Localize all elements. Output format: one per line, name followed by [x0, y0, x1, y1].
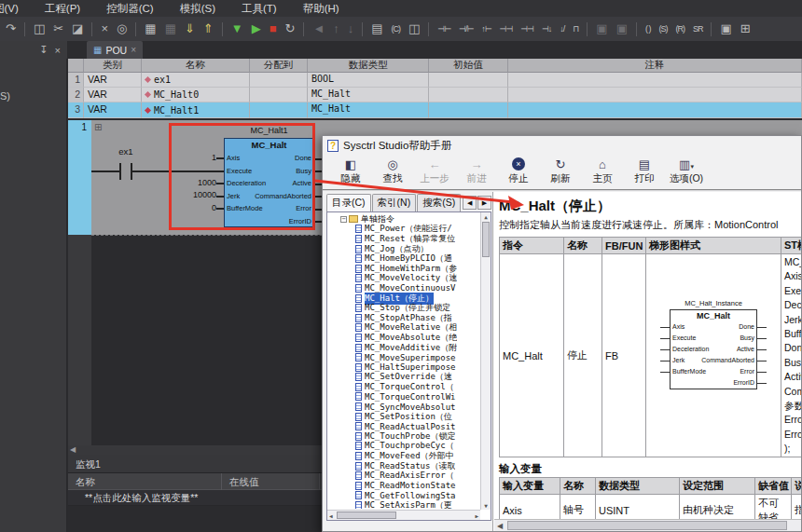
cell-name[interactable]: ex1 — [142, 73, 250, 88]
help-window[interactable]: ? Sysctrl Studio帮助手册 ◧隐藏 ◎查找 ←上一步 →前进 ×停… — [322, 135, 802, 532]
menu-simulation[interactable]: 模拟(S) — [180, 2, 215, 16]
tree-item[interactable]: MC_SetAxisParm（更 — [329, 500, 479, 509]
stop-icon[interactable]: ■ — [270, 21, 277, 36]
help-contents-tree[interactable]: − 单轴指令 MC_Power（使能运行/ MC_Reset（轴异常复位 MC_… — [326, 211, 491, 521]
open-contact-icon[interactable]: ⊣⊢ — [437, 21, 450, 36]
cell-name[interactable]: MC_Halt1 — [142, 102, 250, 118]
scroll-up-icon[interactable]: ▲ — [481, 213, 491, 220]
back-button[interactable]: ←上一步 — [414, 157, 455, 185]
scroll-down-icon[interactable]: ▼ — [481, 502, 491, 509]
tree-item[interactable]: MC_TorqueControlWi — [329, 392, 479, 402]
col-assigned[interactable]: 分配到 — [250, 59, 308, 73]
cell-initial[interactable] — [429, 88, 508, 102]
tree-h-scrollbar[interactable]: ◀ ▶ — [327, 510, 480, 520]
col-comment[interactable]: 注释 — [508, 59, 802, 73]
pin-icon[interactable]: ↧ — [39, 44, 48, 56]
down-contact-icon[interactable]: ⊣↓ — [542, 21, 551, 36]
tree-item[interactable]: MC_SetPosition（位 — [329, 412, 479, 422]
closed-contact-icon[interactable]: ⊣/⊢ — [459, 21, 473, 36]
run-icon[interactable]: ▶ — [252, 21, 261, 36]
move-down-icon[interactable]: ↓ — [348, 21, 354, 36]
comment-icon[interactable]: (C) — [392, 21, 401, 36]
tree-v-scrollbar[interactable]: ▲ ▼ — [480, 212, 491, 510]
search-doc-icon[interactable]: ◎ — [117, 21, 127, 36]
rung-expander-icon[interactable]: ⊞ — [94, 122, 102, 132]
home-button[interactable]: ⌂主页 — [582, 157, 623, 185]
cell-category[interactable]: VAR — [84, 102, 142, 118]
menu-tools[interactable]: 工具(T) — [242, 2, 277, 16]
cell-assigned[interactable] — [250, 73, 308, 88]
watch-col-name[interactable]: 名称 — [68, 473, 222, 490]
refresh-button[interactable]: ↻刷新 — [540, 157, 581, 185]
scroll-left-icon[interactable]: ◀ — [497, 522, 503, 530]
tab-contents[interactable]: 目录(C) — [326, 194, 371, 211]
tree-item[interactable]: MC_MoveVelocity（速 — [329, 274, 479, 284]
tab-scroll-right-icon[interactable]: ▶ — [477, 196, 491, 210]
watch-col-online-value[interactable]: 在线值 — [222, 473, 320, 490]
coil-icon[interactable]: ( ) — [645, 21, 651, 36]
cell-assigned[interactable] — [250, 102, 308, 118]
hide-button[interactable]: ◧隐藏 — [330, 157, 371, 185]
down-closed-contact-icon[interactable]: ↓/ — [560, 21, 564, 36]
rebuild-icon[interactable]: ↻ — [284, 21, 295, 36]
tree-item[interactable]: MC_ReadAxisError（ — [329, 471, 479, 481]
input-value-jerk[interactable]: 10000 — [170, 190, 216, 199]
rung-number[interactable]: 1 — [68, 120, 91, 235]
parallel-contact-icon[interactable]: ⊣⊣ — [500, 21, 513, 36]
mc-halt-function-block[interactable]: MC_Halt AxisDone ExecuteBusy Deceleratio… — [224, 138, 314, 227]
tree-item[interactable]: MC_MoveAdditive（附 — [329, 343, 479, 353]
split-view-icon[interactable]: ◫ — [408, 21, 420, 36]
scroll-thumb[interactable] — [482, 222, 490, 257]
input-value-axis[interactable]: 1 — [170, 153, 216, 162]
nav-back-icon[interactable]: ◄ — [312, 21, 325, 36]
fb-call-icon[interactable]: ▣ — [720, 21, 731, 36]
cell-datatype[interactable]: BOOL — [308, 73, 429, 88]
scroll-thumb[interactable] — [337, 512, 396, 519]
set-coil-icon[interactable]: (S) — [658, 21, 667, 36]
menu-controller[interactable]: 控制器(C) — [106, 2, 153, 16]
menu-view[interactable]: 图(V) — [0, 2, 19, 16]
tab-search[interactable]: 搜索(S) — [417, 194, 461, 211]
filter-icon[interactable]: ▼ — [231, 21, 243, 36]
input-value-buffermode[interactable]: 0 — [170, 203, 216, 212]
delete-icon[interactable]: × — [101, 21, 108, 36]
tree-item[interactable]: MC_ReadMotionState — [329, 481, 479, 491]
parallel-closed-contact-icon[interactable]: ⊣⊣ — [520, 21, 533, 36]
forward-button[interactable]: →前进 — [456, 157, 497, 185]
cut-icon[interactable]: ✂ — [53, 21, 63, 36]
sr-flipflop-icon[interactable]: SR — [693, 21, 703, 36]
table-row[interactable]: 2 VAR MC_Halt0 MC_Halt — [68, 88, 802, 102]
scroll-left-icon[interactable]: ◀ — [70, 445, 76, 454]
col-datatype[interactable]: 数据类型 — [308, 59, 429, 73]
help-title-bar[interactable]: ? Sysctrl Studio帮助手册 — [323, 136, 801, 155]
transfer-upload-icon[interactable]: ⇑ — [203, 21, 214, 36]
print-button[interactable]: ▤打印 — [624, 157, 665, 185]
cell-assigned[interactable] — [250, 88, 308, 102]
menu-project[interactable]: 工程(P) — [45, 2, 80, 16]
close-icon[interactable]: × — [55, 45, 61, 56]
cell-datatype[interactable]: MC_Halt — [308, 88, 429, 102]
tab-scroll-left-icon[interactable]: ◀ — [463, 196, 477, 210]
fun-call-icon[interactable]: ⊞ — [740, 21, 751, 36]
table-row-selected[interactable]: 3 VAR MC_Halt1 MC_Halt — [68, 102, 802, 118]
tab-pou[interactable]: ▦ POU × — [87, 41, 143, 59]
tree-item[interactable]: MC_MoveSuperimpose — [329, 352, 479, 362]
reset-coil-icon[interactable]: (R) — [675, 21, 684, 36]
options-button[interactable]: ▥▾选项(O) — [666, 157, 707, 185]
cell-initial[interactable] — [429, 73, 508, 88]
paste-icon[interactable]: ◪ — [72, 21, 83, 36]
rising-edge-contact-icon[interactable]: ↑⊢ — [481, 21, 491, 36]
scroll-right-icon[interactable]: ▶ — [475, 512, 478, 519]
collapse-icon[interactable]: − — [340, 216, 347, 223]
scroll-thumb[interactable] — [507, 521, 787, 530]
cell-name[interactable]: MC_Halt0 — [142, 88, 250, 102]
transfer-download-icon[interactable]: ⇓ — [185, 21, 195, 36]
menu-help[interactable]: 帮助(H) — [303, 2, 339, 16]
col-category[interactable]: 类别 — [84, 59, 142, 73]
grid-editor-icon[interactable]: ▦ — [145, 21, 156, 36]
inline-block-2-icon[interactable]: ▣ — [616, 21, 628, 36]
inline-block-icon[interactable]: ▣ — [596, 21, 607, 36]
copy-icon[interactable]: ◫ — [34, 21, 45, 36]
col-name[interactable]: 名称 — [142, 59, 250, 73]
cell-initial[interactable] — [429, 102, 508, 118]
